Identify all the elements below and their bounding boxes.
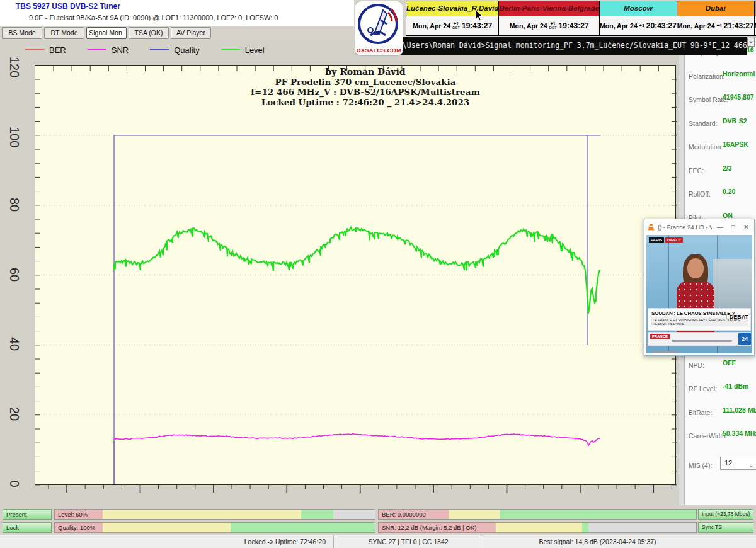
chart-title-line1: by Roman Dávid (120, 67, 611, 77)
broadcast-badges: PARIS DIRECT (649, 237, 683, 243)
satellite-dish-icon (355, 1, 403, 47)
bar-label: Quality: 100% (58, 524, 95, 531)
vlc-minimize-button[interactable]: — (714, 224, 725, 231)
param-carrierwidth: CarrierWidth:50,334 MHz (689, 430, 754, 441)
param-rolloff: RollOff:0.20 (689, 188, 754, 199)
param-label: Modulation: (689, 143, 723, 151)
legend-line-swatch (150, 49, 169, 50)
ticker-text-blur (672, 340, 732, 342)
clock-dubai: DubaiMon, Apr 24+421:43:27 (677, 1, 755, 36)
terminal-scroll-arrow[interactable]: v (747, 38, 755, 47)
clock-date: Mon, Apr 24 (413, 22, 450, 30)
clock-berlin-paris-vienna-belgrade: Berlin-Paris-Vienna-BelgradeMon, Apr 24+… (498, 1, 600, 36)
param-label: Standard: (689, 120, 718, 127)
chart-title-line4: Locked Uptime : 72:46:20 _ 21.4>24.4.202… (120, 97, 611, 107)
param-mis: MIS (4):12⌄ (689, 459, 754, 471)
y-tick-label-40: 40 (6, 336, 23, 352)
clock-utc-offset: +1DST (549, 22, 557, 30)
legend-label: Level (245, 45, 265, 55)
legend-item-ber: BER (25, 45, 66, 55)
clock-city-label: Berlin-Paris-Vienna-Belgrade (499, 1, 599, 16)
clock-time-row: Mon, Apr 24+1DST19:43:27 (406, 16, 498, 35)
y-tick-label-120: 120 (6, 57, 23, 73)
legend-line-swatch (88, 49, 106, 50)
tab-av-player[interactable]: AV Player (171, 27, 211, 39)
param-value: OFF (723, 359, 736, 367)
legend-item-level: Level (221, 45, 265, 55)
mouse-cursor (475, 9, 484, 22)
param-value: DVB-S2 (723, 117, 747, 125)
tab-dt-mode[interactable]: DT Mode (44, 27, 84, 39)
progress-bar-quality: Quality: 100% (54, 522, 375, 533)
legend-label: SNR (112, 45, 129, 55)
clock-city-label: Lučenec-Slovakia_R.Dávid (406, 1, 498, 16)
vlc-titlebar[interactable]: () - France 24 HD - V... — □ ✕ (644, 219, 754, 235)
mis-dropdown[interactable]: 12⌄ (720, 457, 756, 470)
legend-item-quality: Quality (150, 45, 199, 55)
param-value: 50,334 MHz (723, 430, 756, 437)
statusbar-uptime: Locked -> Uptime: 72:46:20 (0, 535, 334, 548)
clock-time-row: Mon, Apr 24+320:43:27 (600, 16, 677, 35)
bar-zone (103, 510, 301, 519)
chevron-down-icon: ⌄ (748, 460, 753, 472)
param-npd: NPD:OFF (689, 359, 754, 370)
plot-svg (35, 66, 677, 486)
x-axis-ticks (35, 485, 676, 495)
clock-date: Mon, Apr 24 (600, 22, 638, 30)
param-fec: FEC:2/3 (689, 164, 754, 176)
legend-line-swatch (221, 49, 240, 50)
bar-zone (333, 510, 375, 519)
param-label: Polarization: (689, 72, 725, 80)
statusbar-sync: SYNC 27 | TEI 0 | CC 1342 (334, 535, 483, 548)
y-tick-label-100: 100 (6, 127, 23, 143)
series-quality (114, 135, 600, 484)
tab-bs-mode[interactable]: BS Mode (2, 27, 42, 39)
param-label: MIS (4): (689, 462, 712, 469)
tab-signal-mon-[interactable]: Signal Mon. (86, 27, 127, 39)
clock-city-label: Moscow (600, 1, 677, 16)
progress-bar-ber: BER: 0,0000000 (378, 509, 697, 520)
terminal-command-line[interactable]: C:\Users\Roman Dávid>Signal monitoring_P… (391, 37, 747, 55)
series-snr (114, 434, 600, 445)
status-chip-input-23-78-mbps-: Input (~23,78 Mbps) (698, 509, 753, 520)
bar-zone (582, 523, 588, 532)
param-value: Horizontal (723, 70, 755, 77)
param-standard: Standard:DVB-S2 (689, 117, 754, 128)
vlc-window[interactable]: () - France 24 HD - V... — □ ✕ PARIS DIR… (644, 219, 755, 356)
vlc-maximize-button[interactable]: □ (728, 224, 738, 231)
progress-bar-level: Level: 60% (54, 509, 375, 520)
bar-zone (588, 523, 696, 532)
progress-bar-snr: SNR: 12,2 dB (Margin: 5,2 dB | OK) (378, 522, 697, 533)
tab-tsa-ok-[interactable]: TSA (OK) (129, 27, 169, 39)
bar-label: SNR: 12,2 dB (Margin: 5,2 dB | OK) (382, 524, 476, 531)
vlc-close-button[interactable]: ✕ (741, 224, 752, 231)
paris-badge: PARIS (649, 237, 664, 243)
param-label: CarrierWidth: (689, 432, 728, 440)
statusbar-best-signal: Best signal: 14,8 dB (2023-04-24 05:37) (483, 535, 756, 548)
ticker-tag: FRANCE (650, 334, 670, 339)
statusbar: Locked -> Uptime: 72:46:20 SYNC 27 | TEI… (0, 535, 756, 548)
clock-utc-offset: +3 (639, 24, 644, 28)
app-title: TBS 5927 USB DVB-S2 Tuner (16, 2, 120, 11)
param-value: 41945,807 KS/s (723, 93, 756, 101)
param-value: 0.20 (723, 188, 735, 195)
dxsatcs-logo: DXSATCS.COM (355, 1, 403, 56)
france24-logo: 24 (738, 333, 751, 345)
param-rflevel: RF Level:-41 dBm (689, 382, 754, 394)
bar-zone (301, 510, 333, 519)
clock-moscow: MoscowMon, Apr 24+320:43:27 (599, 1, 677, 36)
vlc-video-area[interactable]: PARIS DIRECT SOUDAN : LE CHAOS S'INSTALL… (646, 235, 752, 353)
vlc-cone-icon (647, 223, 655, 231)
headline-banner: SOUDAN : LE CHAOS S'INSTALLE ? LA FRANCE… (648, 308, 751, 331)
world-clocks: Lučenec-Slovakia_R.DávidMon, Apr 24+1DST… (406, 1, 755, 36)
bar-zone (500, 510, 696, 519)
bar-label: BER: 0,0000000 (382, 511, 426, 518)
y-tick-label-0: 0 (6, 476, 23, 492)
clock-time-row: Mon, Apr 24+1DST19:43:27 (499, 16, 599, 35)
param-label: BitRate: (689, 409, 712, 416)
clock-time: 19:43:27 (462, 21, 492, 30)
param-label: FEC: (689, 167, 704, 174)
legend-label: BER (49, 45, 66, 55)
status-chip-present: Present (3, 509, 52, 520)
bar-label: Level: 60% (58, 511, 88, 518)
